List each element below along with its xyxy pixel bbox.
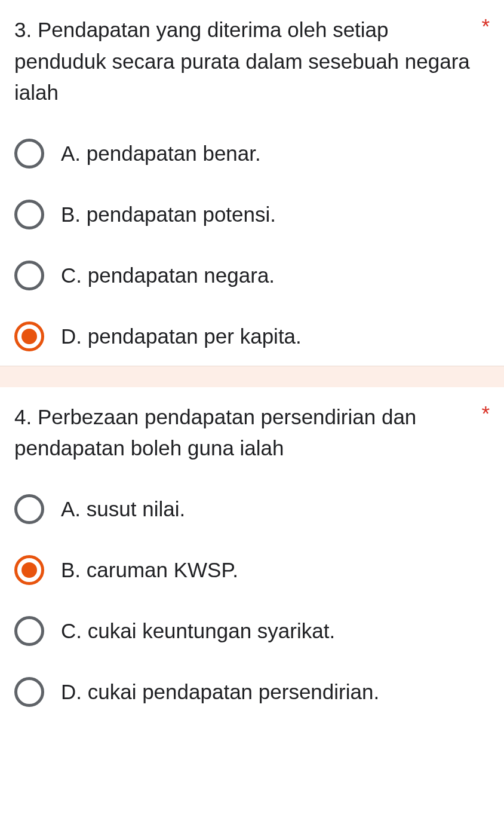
- option-label: A. pendapatan benar.: [61, 142, 261, 166]
- question-separator: [0, 366, 504, 387]
- radio-icon: [14, 261, 44, 290]
- option-a[interactable]: A. susut nilai.: [14, 494, 490, 524]
- option-a[interactable]: A. pendapatan benar.: [14, 139, 490, 169]
- option-label: C. cukai keuntungan syarikat.: [61, 619, 335, 643]
- radio-icon: [14, 321, 44, 351]
- radio-icon: [14, 139, 44, 169]
- option-label: A. susut nilai.: [61, 497, 185, 521]
- radio-icon: [14, 494, 44, 524]
- option-label: B. pendapatan potensi.: [61, 203, 276, 226]
- question-header: 4. Perbezaan pendapatan persendirian dan…: [14, 402, 490, 464]
- option-label: B. caruman KWSP.: [61, 558, 238, 582]
- radio-icon: [14, 677, 44, 707]
- options-container: A. susut nilai. B. caruman KWSP. C. cuka…: [14, 494, 490, 707]
- option-b[interactable]: B. caruman KWSP.: [14, 555, 490, 585]
- option-b[interactable]: B. pendapatan potensi.: [14, 200, 490, 229]
- question-block-3: 3. Pendapatan yang diterima oleh setiap …: [0, 0, 504, 366]
- option-d[interactable]: D. cukai pendapatan persendirian.: [14, 677, 490, 707]
- option-c[interactable]: C. pendapatan negara.: [14, 261, 490, 290]
- question-text: 3. Pendapatan yang diterima oleh setiap …: [14, 14, 477, 109]
- question-block-4: 4. Perbezaan pendapatan persendirian dan…: [0, 387, 504, 721]
- options-container: A. pendapatan benar. B. pendapatan poten…: [14, 139, 490, 351]
- option-label: D. pendapatan per kapita.: [61, 324, 302, 348]
- question-header: 3. Pendapatan yang diterima oleh setiap …: [14, 14, 490, 109]
- required-indicator: *: [481, 402, 490, 425]
- option-c[interactable]: C. cukai keuntungan syarikat.: [14, 616, 490, 646]
- option-label: C. pendapatan negara.: [61, 264, 275, 287]
- radio-icon: [14, 555, 44, 585]
- required-indicator: *: [481, 14, 490, 38]
- radio-icon: [14, 200, 44, 229]
- option-label: D. cukai pendapatan persendirian.: [61, 680, 379, 704]
- option-d[interactable]: D. pendapatan per kapita.: [14, 321, 490, 351]
- radio-icon: [14, 616, 44, 646]
- question-text: 4. Perbezaan pendapatan persendirian dan…: [14, 402, 477, 464]
